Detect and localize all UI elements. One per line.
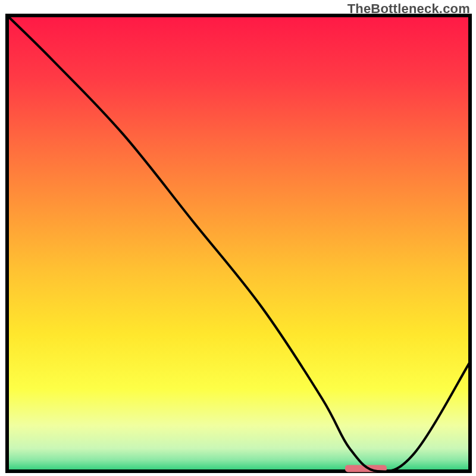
chart-container: TheBottleneck.com <box>0 0 476 476</box>
chart-svg <box>0 0 476 476</box>
